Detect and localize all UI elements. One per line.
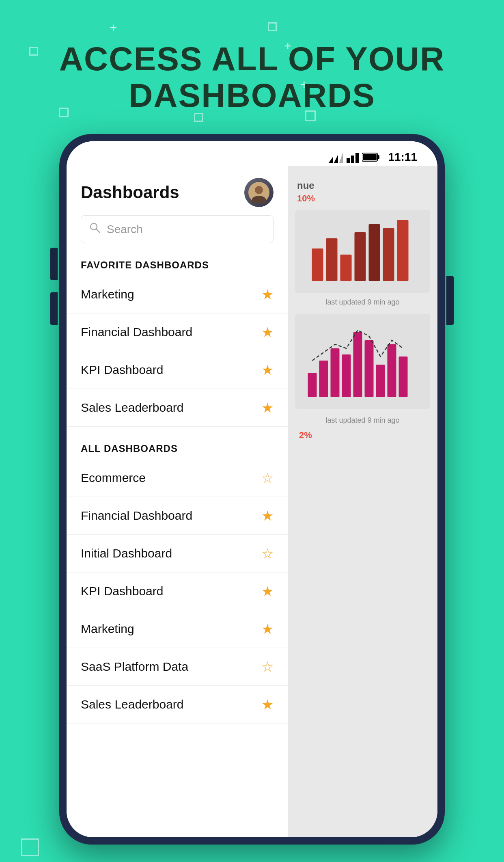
hero-title: ACCESS ALL OF YOUR DASHBOARDS — [0, 41, 504, 114]
star-icon-financial-fav[interactable]: ★ — [261, 324, 274, 340]
updated-text-1: last updated 9 min ago — [291, 295, 434, 310]
svg-rect-22 — [319, 361, 328, 397]
status-time: 11:11 — [388, 151, 417, 164]
item-label-sales-fav: Sales Leaderboard — [81, 401, 184, 415]
bar-chart-svg — [301, 216, 424, 285]
screen-content: Dashboards — [67, 166, 437, 837]
svg-rect-17 — [355, 232, 366, 281]
section-header-all: ALL DASHBOARDS — [67, 439, 288, 459]
list-item[interactable]: Ecommerce ☆ — [67, 459, 288, 497]
svg-rect-25 — [353, 332, 362, 397]
svg-marker-2 — [339, 151, 343, 163]
svg-line-13 — [96, 229, 100, 233]
status-bar: 11:11 — [67, 141, 437, 166]
svg-rect-15 — [326, 238, 338, 281]
item-label-kpi-fav: KPI Dashboard — [81, 363, 163, 377]
search-placeholder: Search — [107, 223, 143, 236]
item-label-financial-all: Financial Dashboard — [81, 509, 192, 523]
svg-rect-27 — [376, 365, 385, 397]
list-item[interactable]: Marketing ★ — [67, 610, 288, 648]
svg-rect-18 — [369, 224, 380, 281]
svg-rect-7 — [377, 155, 379, 159]
deco-sq-4 — [194, 113, 203, 122]
list-item[interactable]: Sales Leaderboard ★ — [67, 389, 288, 427]
svg-rect-8 — [363, 154, 377, 160]
wifi-icon — [347, 151, 359, 163]
list-item[interactable]: KPI Dashboard ★ — [67, 351, 288, 389]
item-label-financial-fav: Financial Dashboard — [81, 325, 192, 339]
hero-title-line2: DASHBOARDS — [32, 77, 472, 114]
line-chart-svg — [301, 320, 424, 401]
item-label-ecommerce: Ecommerce — [81, 471, 146, 485]
battery-icon — [362, 152, 380, 162]
svg-rect-16 — [340, 255, 352, 281]
svg-rect-5 — [355, 153, 359, 163]
panel-content: nue 10% — [288, 166, 437, 449]
revenue-label: nue — [291, 172, 434, 193]
bar-chart-container — [295, 210, 430, 293]
deco-sq-2 — [268, 22, 277, 31]
search-icon-svg — [89, 222, 101, 233]
avatar[interactable] — [244, 178, 274, 207]
svg-point-10 — [255, 186, 263, 194]
svg-marker-0 — [329, 157, 333, 163]
search-icon — [89, 222, 101, 236]
drawer-title: Dashboards — [81, 183, 179, 202]
star-icon-marketing-fav[interactable]: ★ — [261, 286, 274, 302]
avatar-image — [244, 178, 274, 207]
list-item[interactable]: Initial Dashboard ☆ — [67, 535, 288, 573]
item-label-kpi-all: KPI Dashboard — [81, 584, 163, 598]
item-label-saas: SaaS Platform Data — [81, 660, 188, 674]
svg-rect-28 — [388, 344, 396, 397]
revenue-change: 10% — [291, 193, 434, 208]
star-icon-ecommerce[interactable]: ☆ — [261, 470, 274, 486]
phone-button-vol-down — [50, 292, 58, 325]
star-icon-initial[interactable]: ☆ — [261, 545, 274, 562]
hero-title-line1: ACCESS ALL OF YOUR — [32, 41, 472, 77]
bottom-pct: 2% — [291, 428, 434, 443]
list-item[interactable]: Financial Dashboard ★ — [67, 313, 288, 351]
svg-rect-24 — [342, 354, 351, 397]
svg-rect-4 — [351, 156, 354, 163]
star-icon-saas[interactable]: ☆ — [261, 659, 274, 675]
phone-screen: 11:11 Dashboards — [67, 141, 437, 837]
drawer-panel: Dashboards — [67, 166, 288, 837]
list-item[interactable]: Sales Leaderboard ★ — [67, 686, 288, 724]
svg-rect-14 — [312, 248, 323, 281]
list-item[interactable]: Marketing ★ — [67, 276, 288, 313]
item-label-marketing-all: Marketing — [81, 622, 134, 636]
phone-mockup: 11:11 Dashboards — [59, 134, 445, 845]
right-panel: nue 10% — [288, 166, 437, 837]
phone-button-power — [446, 276, 454, 325]
search-bar[interactable]: Search — [81, 215, 274, 243]
svg-rect-29 — [399, 356, 408, 397]
phone-outer: 11:11 Dashboards — [59, 134, 445, 845]
svg-rect-20 — [397, 220, 409, 281]
svg-rect-23 — [331, 348, 340, 397]
phone-button-vol-up — [50, 248, 58, 280]
deco-cross-1: + — [110, 20, 117, 35]
deco-sq-6 — [21, 838, 39, 856]
svg-rect-3 — [347, 158, 350, 163]
item-label-marketing-fav: Marketing — [81, 287, 134, 301]
star-icon-sales-fav[interactable]: ★ — [261, 400, 274, 416]
section-spacer — [67, 427, 288, 439]
item-label-sales-all: Sales Leaderboard — [81, 698, 184, 711]
svg-marker-1 — [334, 155, 338, 163]
star-icon-kpi-all[interactable]: ★ — [261, 583, 274, 599]
star-icon-marketing-all[interactable]: ★ — [261, 621, 274, 637]
svg-rect-19 — [383, 228, 394, 281]
avatar-svg — [248, 182, 269, 203]
star-icon-financial-all[interactable]: ★ — [261, 508, 274, 524]
list-item[interactable]: Financial Dashboard ★ — [67, 497, 288, 535]
drawer-header: Dashboards — [67, 166, 288, 215]
updated-text-2: last updated 9 min ago — [291, 413, 434, 428]
star-icon-kpi-fav[interactable]: ★ — [261, 362, 274, 378]
svg-rect-21 — [308, 373, 317, 397]
list-item[interactable]: KPI Dashboard ★ — [67, 573, 288, 610]
svg-rect-26 — [365, 340, 374, 397]
item-label-initial: Initial Dashboard — [81, 547, 172, 560]
star-icon-sales-all[interactable]: ★ — [261, 696, 274, 713]
list-item[interactable]: SaaS Platform Data ☆ — [67, 648, 288, 686]
section-header-favorites: FAVORITE DASHBOARDS — [67, 255, 288, 276]
